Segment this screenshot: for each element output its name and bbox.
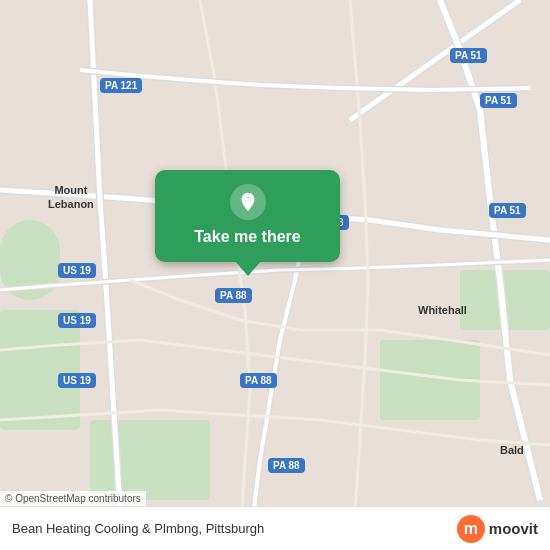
moovit-text: moovit xyxy=(489,520,538,537)
badge-us19b: US 19 xyxy=(58,313,96,328)
label-mount-lebanon: MountLebanon xyxy=(48,183,94,212)
map-attribution: © OpenStreetMap contributors xyxy=(0,491,146,506)
badge-pa88b: PA 88 xyxy=(215,288,252,303)
badge-pa51c: PA 51 xyxy=(489,203,526,218)
badge-pa88d: PA 88 xyxy=(268,458,305,473)
map-container: PA 121 US 19 US 19 US 19 PA 88 PA 88 PA … xyxy=(0,0,550,550)
moovit-icon: m xyxy=(457,515,485,543)
popup-card: Take me there xyxy=(155,170,340,262)
label-bald: Bald xyxy=(500,443,524,457)
badge-pa121: PA 121 xyxy=(100,78,142,93)
badge-us19a: US 19 xyxy=(58,263,96,278)
moovit-logo: m moovit xyxy=(457,515,538,543)
badge-us19c: US 19 xyxy=(58,373,96,388)
badge-pa88c: PA 88 xyxy=(240,373,277,388)
location-pin-icon xyxy=(230,184,266,220)
badge-pa51b: PA 51 xyxy=(480,93,517,108)
badge-pa51a: PA 51 xyxy=(450,48,487,63)
bottom-bar: Bean Heating Cooling & Plmbng, Pittsburg… xyxy=(0,506,550,550)
take-me-there-button[interactable]: Take me there xyxy=(194,228,300,246)
label-whitehall: Whitehall xyxy=(418,303,467,317)
location-label: Bean Heating Cooling & Plmbng, Pittsburg… xyxy=(12,521,264,536)
